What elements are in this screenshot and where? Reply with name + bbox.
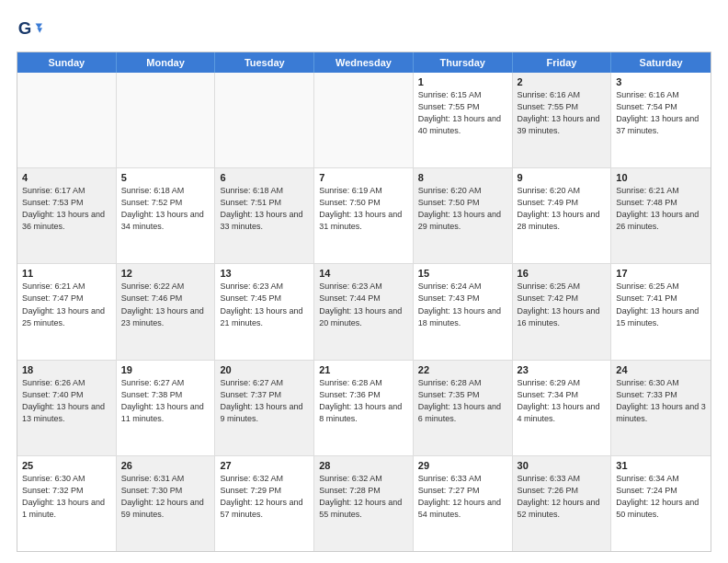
calendar-cell: 26Sunrise: 6:31 AMSunset: 7:30 PMDayligh… <box>117 456 216 551</box>
cell-text: Sunrise: 6:20 AMSunset: 7:49 PMDaylight:… <box>518 185 607 233</box>
calendar-cell: 23Sunrise: 6:29 AMSunset: 7:34 PMDayligh… <box>513 361 612 455</box>
logo: G <box>17 17 44 42</box>
cell-text: Sunrise: 6:24 AMSunset: 7:43 PMDaylight:… <box>418 281 507 328</box>
calendar-cell: 17Sunrise: 6:25 AMSunset: 7:41 PMDayligh… <box>611 264 711 359</box>
cell-text: Sunrise: 6:33 AMSunset: 7:26 PMDaylight:… <box>518 473 607 521</box>
cell-text: Sunrise: 6:16 AMSunset: 7:55 PMDaylight:… <box>518 89 607 137</box>
cell-text: Sunrise: 6:17 AMSunset: 7:53 PMDaylight:… <box>22 185 111 233</box>
calendar-header: SundayMondayTuesdayWednesdayThursdayFrid… <box>17 52 711 73</box>
day-number: 26 <box>121 460 210 471</box>
calendar-row-5: 25Sunrise: 6:30 AMSunset: 7:32 PMDayligh… <box>17 456 711 551</box>
day-number: 10 <box>616 172 706 183</box>
day-number: 1 <box>418 76 507 87</box>
header-day-monday: Monday <box>117 52 216 73</box>
calendar-cell: 22Sunrise: 6:28 AMSunset: 7:35 PMDayligh… <box>414 361 513 455</box>
calendar-cell: 30Sunrise: 6:33 AMSunset: 7:26 PMDayligh… <box>513 456 612 551</box>
calendar-cell: 9Sunrise: 6:20 AMSunset: 7:49 PMDaylight… <box>513 168 612 263</box>
cell-text: Sunrise: 6:16 AMSunset: 7:54 PMDaylight:… <box>616 89 706 137</box>
cell-text: Sunrise: 6:32 AMSunset: 7:29 PMDaylight:… <box>220 473 309 521</box>
day-number: 17 <box>616 268 706 279</box>
day-number: 28 <box>319 460 408 471</box>
day-number: 29 <box>418 460 507 471</box>
calendar-cell: 19Sunrise: 6:27 AMSunset: 7:38 PMDayligh… <box>117 361 216 455</box>
calendar-cell: 28Sunrise: 6:32 AMSunset: 7:28 PMDayligh… <box>314 456 414 551</box>
header-day-friday: Friday <box>513 52 612 73</box>
calendar-cell: 12Sunrise: 6:22 AMSunset: 7:46 PMDayligh… <box>117 264 216 359</box>
cell-text: Sunrise: 6:18 AMSunset: 7:52 PMDaylight:… <box>121 185 210 233</box>
cell-text: Sunrise: 6:27 AMSunset: 7:38 PMDaylight:… <box>121 377 210 425</box>
calendar-row-1: 1Sunrise: 6:15 AMSunset: 7:55 PMDaylight… <box>17 73 711 168</box>
day-number: 14 <box>319 268 408 279</box>
calendar-cell: 5Sunrise: 6:18 AMSunset: 7:52 PMDaylight… <box>117 168 216 263</box>
day-number: 11 <box>22 268 111 279</box>
calendar-cell: 13Sunrise: 6:23 AMSunset: 7:45 PMDayligh… <box>215 264 314 359</box>
day-number: 5 <box>121 172 210 183</box>
header-day-wednesday: Wednesday <box>314 52 414 73</box>
calendar-cell: 7Sunrise: 6:19 AMSunset: 7:50 PMDaylight… <box>314 168 414 263</box>
calendar-cell: 10Sunrise: 6:21 AMSunset: 7:48 PMDayligh… <box>611 168 711 263</box>
calendar-cell: 11Sunrise: 6:21 AMSunset: 7:47 PMDayligh… <box>17 264 117 359</box>
calendar-cell: 4Sunrise: 6:17 AMSunset: 7:53 PMDaylight… <box>17 168 117 263</box>
cell-text: Sunrise: 6:19 AMSunset: 7:50 PMDaylight:… <box>319 185 408 233</box>
day-number: 27 <box>220 460 309 471</box>
cell-text: Sunrise: 6:32 AMSunset: 7:28 PMDaylight:… <box>319 473 408 521</box>
page: G SundayMondayTuesdayWednesdayThursdayFr… <box>0 0 728 563</box>
day-number: 8 <box>418 172 507 183</box>
calendar-cell: 25Sunrise: 6:30 AMSunset: 7:32 PMDayligh… <box>17 456 117 551</box>
day-number: 3 <box>616 76 706 87</box>
day-number: 12 <box>121 268 210 279</box>
header-day-thursday: Thursday <box>414 52 513 73</box>
calendar-body: 1Sunrise: 6:15 AMSunset: 7:55 PMDaylight… <box>17 73 711 551</box>
svg-text:G: G <box>18 18 32 38</box>
cell-text: Sunrise: 6:30 AMSunset: 7:33 PMDaylight:… <box>616 377 706 425</box>
cell-text: Sunrise: 6:21 AMSunset: 7:47 PMDaylight:… <box>22 281 111 328</box>
calendar-cell <box>314 73 414 167</box>
calendar-cell: 27Sunrise: 6:32 AMSunset: 7:29 PMDayligh… <box>215 456 314 551</box>
day-number: 19 <box>121 364 210 375</box>
cell-text: Sunrise: 6:21 AMSunset: 7:48 PMDaylight:… <box>616 185 706 233</box>
cell-text: Sunrise: 6:20 AMSunset: 7:50 PMDaylight:… <box>418 185 507 233</box>
calendar-cell: 29Sunrise: 6:33 AMSunset: 7:27 PMDayligh… <box>414 456 513 551</box>
svg-marker-2 <box>37 28 42 33</box>
calendar-cell: 16Sunrise: 6:25 AMSunset: 7:42 PMDayligh… <box>513 264 612 359</box>
cell-text: Sunrise: 6:28 AMSunset: 7:35 PMDaylight:… <box>418 377 507 425</box>
cell-text: Sunrise: 6:25 AMSunset: 7:41 PMDaylight:… <box>616 281 706 328</box>
calendar: SundayMondayTuesdayWednesdayThursdayFrid… <box>17 52 711 552</box>
day-number: 15 <box>418 268 507 279</box>
cell-text: Sunrise: 6:23 AMSunset: 7:44 PMDaylight:… <box>319 281 408 328</box>
day-number: 4 <box>22 172 111 183</box>
calendar-cell: 20Sunrise: 6:27 AMSunset: 7:37 PMDayligh… <box>215 361 314 455</box>
calendar-cell: 18Sunrise: 6:26 AMSunset: 7:40 PMDayligh… <box>17 361 117 455</box>
calendar-cell: 8Sunrise: 6:20 AMSunset: 7:50 PMDaylight… <box>414 168 513 263</box>
day-number: 16 <box>518 268 607 279</box>
day-number: 23 <box>518 364 607 375</box>
header-day-sunday: Sunday <box>17 52 117 73</box>
calendar-row-2: 4Sunrise: 6:17 AMSunset: 7:53 PMDaylight… <box>17 168 711 264</box>
header: G <box>17 17 711 42</box>
day-number: 21 <box>319 364 408 375</box>
header-day-saturday: Saturday <box>611 52 711 73</box>
calendar-cell: 21Sunrise: 6:28 AMSunset: 7:36 PMDayligh… <box>314 361 414 455</box>
calendar-cell: 14Sunrise: 6:23 AMSunset: 7:44 PMDayligh… <box>314 264 414 359</box>
calendar-cell <box>17 73 117 167</box>
calendar-cell: 24Sunrise: 6:30 AMSunset: 7:33 PMDayligh… <box>611 361 711 455</box>
calendar-row-3: 11Sunrise: 6:21 AMSunset: 7:47 PMDayligh… <box>17 264 711 360</box>
logo-icon: G <box>17 17 42 42</box>
cell-text: Sunrise: 6:25 AMSunset: 7:42 PMDaylight:… <box>518 281 607 328</box>
cell-text: Sunrise: 6:23 AMSunset: 7:45 PMDaylight:… <box>220 281 309 328</box>
calendar-cell: 1Sunrise: 6:15 AMSunset: 7:55 PMDaylight… <box>414 73 513 167</box>
day-number: 20 <box>220 364 309 375</box>
cell-text: Sunrise: 6:28 AMSunset: 7:36 PMDaylight:… <box>319 377 408 425</box>
calendar-cell: 3Sunrise: 6:16 AMSunset: 7:54 PMDaylight… <box>611 73 711 167</box>
day-number: 31 <box>616 460 706 471</box>
cell-text: Sunrise: 6:18 AMSunset: 7:51 PMDaylight:… <box>220 185 309 233</box>
day-number: 6 <box>220 172 309 183</box>
day-number: 7 <box>319 172 408 183</box>
cell-text: Sunrise: 6:34 AMSunset: 7:24 PMDaylight:… <box>616 473 706 521</box>
calendar-row-4: 18Sunrise: 6:26 AMSunset: 7:40 PMDayligh… <box>17 361 711 456</box>
header-day-tuesday: Tuesday <box>215 52 314 73</box>
day-number: 25 <box>22 460 111 471</box>
cell-text: Sunrise: 6:26 AMSunset: 7:40 PMDaylight:… <box>22 377 111 425</box>
cell-text: Sunrise: 6:22 AMSunset: 7:46 PMDaylight:… <box>121 281 210 328</box>
calendar-cell: 31Sunrise: 6:34 AMSunset: 7:24 PMDayligh… <box>611 456 711 551</box>
